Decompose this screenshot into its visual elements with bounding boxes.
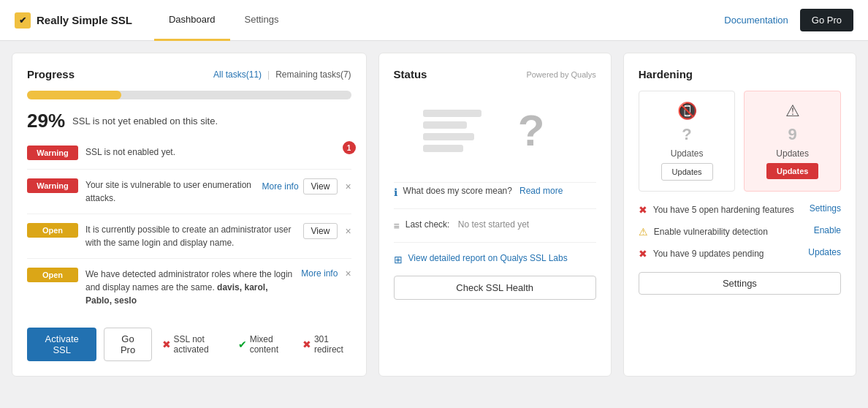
issue-actions: More info×	[301, 268, 351, 279]
hardening-settings-button[interactable]: Settings	[639, 272, 841, 295]
info-icon: ℹ	[394, 186, 397, 198]
progress-card: Progress All tasks(11) | Remaining tasks…	[12, 53, 367, 377]
hardening-list-item: ✖You have 5 open hardening featuresSetti…	[639, 203, 841, 216]
footer-status-item: ✖301 redirect	[302, 334, 351, 355]
progress-summary: 29% SSL is not yet enabled on this site.	[27, 110, 351, 132]
hardening-item-link[interactable]: Settings	[810, 203, 841, 214]
powered-by: Powered by Qualys	[526, 70, 595, 79]
status-item-label: 301 redirect	[314, 334, 351, 355]
progress-bar-track	[27, 91, 351, 99]
read-more-link[interactable]: Read more	[519, 186, 563, 196]
more-info-link[interactable]: More info	[301, 268, 338, 279]
hardening-card: Hardening 📵?UpdatesUpdates⚠9UpdatesUpdat…	[623, 53, 856, 377]
close-icon[interactable]: ×	[345, 268, 351, 279]
hardening-header: Hardening	[639, 68, 841, 80]
issue-item: OpenWe have detected administrator roles…	[27, 268, 351, 316]
progress-header-links: All tasks(11) | Remaining tasks(7)	[213, 69, 351, 80]
issue-item: OpenIt is currently possible to create a…	[27, 223, 351, 259]
view-button[interactable]: View	[303, 178, 338, 194]
status-info: ℹ What does my score mean? Read more ≡ L…	[394, 186, 596, 265]
progress-title: Progress	[27, 68, 75, 80]
no-phone-icon: 📵	[677, 102, 697, 121]
external-link-icon: ⊞	[394, 254, 403, 265]
hardening-card-label: Updates	[776, 148, 809, 159]
issue-badge: Warning	[27, 146, 78, 160]
updates-button[interactable]: Updates	[661, 163, 713, 181]
status-row-report: ⊞ View detailed report on Qualys SSL Lab…	[394, 253, 596, 265]
view-button[interactable]: View	[303, 223, 338, 239]
close-icon[interactable]: ×	[345, 181, 351, 192]
yellow-warning-icon: ⚠	[639, 226, 648, 238]
footer-status: ✖SSL not activated✔Mixed content✖301 red…	[162, 334, 351, 355]
status-row-content-1: What does my score mean? Read more	[403, 186, 596, 196]
list-icon: ≡	[394, 220, 400, 232]
all-tasks-link[interactable]: All tasks(11)	[213, 69, 262, 80]
status-row-info: ℹ What does my score mean? Read more	[394, 186, 596, 198]
issue-item: WarningYour site is vulnerable to user e…	[27, 178, 351, 214]
status-divider-1	[394, 182, 596, 183]
issue-badge-number: 1	[343, 141, 356, 154]
more-info-link[interactable]: More info	[262, 181, 299, 192]
hardening-item-text: You have 9 updates pending	[653, 247, 803, 260]
logo-icon: ✔	[15, 12, 31, 29]
green-check-icon: ✔	[238, 339, 247, 350]
issue-text: Your site is vulnerable to user enumerat…	[85, 178, 255, 205]
qualys-report-link[interactable]: View detailed report on Qualys SSL Labs	[408, 253, 568, 263]
status-divider-2	[394, 208, 596, 209]
hardening-icon-cards: 📵?UpdatesUpdates⚠9UpdatesUpdates	[639, 91, 841, 192]
status-card: Status Powered by Qualys ? ℹ What does m…	[378, 53, 612, 377]
status-row-lastcheck: ≡ Last check: No test started yet	[394, 219, 596, 232]
hardening-icon-card: 📵?UpdatesUpdates	[639, 91, 736, 192]
red-circle-x-icon: ✖	[639, 204, 647, 216]
red-x-icon: ✖	[302, 339, 311, 350]
hardening-list-item: ✖You have 9 updates pendingUpdates	[639, 247, 841, 260]
hardening-list: ✖You have 5 open hardening featuresSetti…	[639, 203, 841, 260]
warning-icon: ⚠	[785, 102, 800, 121]
close-icon[interactable]: ×	[345, 225, 351, 237]
progress-percent: 29%	[27, 110, 65, 132]
score-meaning-text: What does my score mean?	[403, 186, 517, 196]
activate-ssl-button[interactable]: Activate SSL	[27, 328, 96, 361]
tab-settings[interactable]: Settings	[230, 0, 294, 41]
updates-button[interactable]: Updates	[766, 163, 818, 179]
progress-bar-fill	[27, 91, 121, 99]
score-question-mark: ?	[496, 91, 567, 170]
hardening-item-text: You have 5 open hardening features	[653, 203, 804, 216]
status-divider-3	[394, 242, 596, 243]
red-circle-x-icon: ✖	[639, 248, 647, 260]
score-line-4	[423, 145, 463, 152]
hardening-list-item: ⚠Enable vulnerability detectionEnable	[639, 225, 841, 238]
footer-status-item: ✖SSL not activated	[162, 334, 229, 355]
status-title: Status	[394, 68, 427, 80]
footer-status-item: ✔Mixed content	[238, 334, 294, 355]
status-row-content-2: Last check: No test started yet	[406, 219, 596, 230]
hardening-card-value: 9	[788, 125, 797, 144]
red-x-icon: ✖	[162, 339, 171, 350]
score-placeholder	[423, 110, 481, 152]
logo: ✔ Really Simple SSL	[15, 12, 132, 29]
status-header: Status Powered by Qualys	[394, 68, 596, 80]
documentation-link[interactable]: Documentation	[724, 15, 788, 26]
remaining-tasks-text: Remaining tasks(7)	[275, 69, 351, 80]
hardening-title: Hardening	[639, 68, 693, 80]
check-ssl-button[interactable]: Check SSL Health	[394, 276, 596, 300]
issue-actions: More infoView×	[262, 178, 351, 194]
hardening-card-value: ?	[682, 125, 691, 144]
last-check-value: No test started yet	[458, 219, 529, 230]
issue-text: We have detected administrator roles whe…	[85, 268, 294, 307]
issue-badge: Open	[27, 223, 78, 238]
progress-footer: Activate SSL Go Pro ✖SSL not activated✔M…	[27, 328, 351, 361]
tab-dashboard[interactable]: Dashboard	[154, 0, 230, 41]
hardening-item-link[interactable]: Enable	[814, 225, 841, 235]
score-line-1	[423, 110, 481, 117]
topbar: ✔ Really Simple SSL Dashboard Settings D…	[0, 0, 868, 41]
score-line-2	[423, 121, 467, 129]
hardening-item-link[interactable]: Updates	[808, 247, 841, 257]
issue-list: Warning1SSL is not enabled yet.WarningYo…	[27, 146, 351, 316]
last-check-label: Last check:	[406, 219, 450, 230]
gopro-top-button[interactable]: Go Pro	[800, 9, 853, 31]
score-line-3	[423, 133, 474, 140]
nav-tabs: Dashboard Settings	[154, 0, 294, 41]
gopro-progress-button[interactable]: Go Pro	[104, 328, 151, 361]
logo-text: Really Simple SSL	[37, 14, 132, 26]
